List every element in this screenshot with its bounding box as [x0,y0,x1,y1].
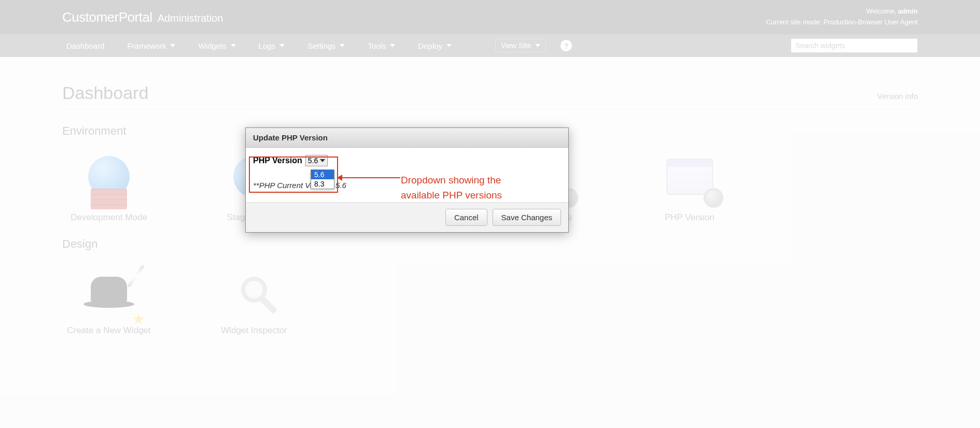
dropdown-option-8-3[interactable]: 8.3 [311,179,334,189]
annotation-text: Dropdown showing the available PHP versi… [401,173,502,203]
version-info-link[interactable]: Version info [877,92,918,101]
cancel-button[interactable]: Cancel [445,209,487,226]
magnifier-icon [226,261,283,318]
design-tiles: Create a New Widget Widget Inspector [62,261,918,336]
help-icon[interactable]: ? [561,40,572,51]
tile-php-version[interactable]: PHP Version [643,148,736,223]
nav-tools[interactable]: Tools [363,36,399,55]
nav-widgets[interactable]: Widgets [194,36,240,55]
chevron-down-icon [231,44,236,47]
design-section-title: Design [62,237,918,251]
dropdown-option-5-6[interactable]: 5.6 [311,170,334,179]
chevron-down-icon [390,44,395,47]
header-right: Welcome, admin Current site mode: Produc… [766,6,918,28]
chevron-down-icon [446,44,452,47]
php-version-select[interactable]: 5.6 [305,155,328,166]
nav-bar: Dashboard Framework Widgets Logs Setting… [0,34,980,57]
chevron-down-icon [320,159,325,162]
chevron-down-icon [340,44,345,47]
welcome-prefix: Welcome, [866,7,898,15]
header-bar: CustomerPortal Administration Welcome, a… [0,0,980,34]
tile-create-widget[interactable]: Create a New Widget [62,261,156,336]
save-changes-button[interactable]: Save Changes [493,209,561,226]
view-site-dropdown[interactable]: View Site [495,39,546,52]
nav-dashboard[interactable]: Dashboard [62,36,108,55]
modal-footer: Cancel Save Changes [246,202,568,232]
nav-logs[interactable]: Logs [255,36,289,55]
globe-firewall-icon [80,148,137,205]
chevron-down-icon [535,44,540,47]
annotation-arrow [338,177,400,178]
chevron-down-icon [279,44,285,47]
brand: CustomerPortal Administration [62,9,223,25]
tile-widget-inspector[interactable]: Widget Inspector [207,261,301,336]
php-version-selected-value: 5.6 [308,156,318,165]
site-mode-label: Current site mode: [766,18,823,26]
window-gear-icon [661,148,718,205]
tile-development-mode[interactable]: Development Mode [62,148,156,223]
brand-sub-text: Administration [158,12,223,24]
php-version-dropdown-list: 5.6 8.3 [311,169,334,189]
nav-framework[interactable]: Framework [123,36,179,55]
brand-main-text: CustomerPortal [62,9,152,25]
search-input[interactable] [791,38,918,53]
chevron-down-icon [170,44,175,47]
nav-deploy[interactable]: Deploy [414,36,456,55]
page-title: Dashboard [62,83,148,103]
welcome-user: admin [898,7,918,15]
php-version-label: PHP Version [253,156,302,165]
magic-hat-icon [80,261,137,318]
site-mode-value: Production-Browser User Agent [823,18,918,26]
modal-title: Update PHP Version [246,128,568,148]
nav-settings[interactable]: Settings [303,36,349,55]
